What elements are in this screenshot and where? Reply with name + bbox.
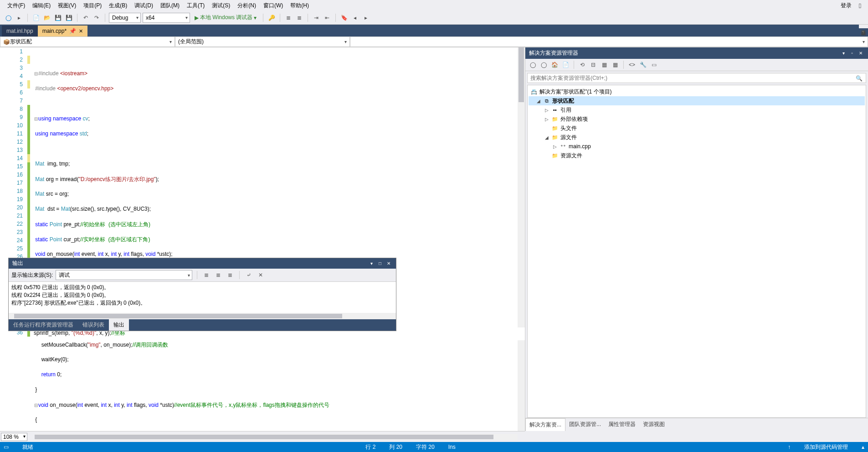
pin-icon[interactable]: 📌: [69, 28, 76, 34]
menu-view[interactable]: 视图(V): [54, 0, 80, 11]
back-icon[interactable]: ◯: [528, 60, 537, 69]
solution-tree[interactable]: 📇解决方案"形状匹配"(1 个项目) ◢⧉形状匹配 ▷▪▪引用 ▷📁外部依赖项 …: [527, 85, 866, 418]
tab-dropdown-icon[interactable]: ▾: [859, 27, 868, 36]
tab-label: main.cpp*: [42, 28, 67, 34]
menu-tools[interactable]: 工具(T): [183, 0, 208, 11]
tab-solution-explorer[interactable]: 解决方案资...: [525, 418, 565, 431]
close-icon[interactable]: ✕: [79, 28, 83, 34]
tree-resources[interactable]: 📁资源文件: [529, 151, 865, 160]
toggle-wrap-icon[interactable]: ⤶: [244, 270, 253, 280]
menu-team[interactable]: 团队(M): [157, 0, 183, 11]
uncomment-icon[interactable]: ≣: [295, 13, 304, 22]
tree-sources[interactable]: ◢📁源文件: [529, 133, 865, 142]
dropdown-icon[interactable]: ▾: [368, 260, 375, 267]
tree-main-cpp[interactable]: ▷⁺⁺main.cpp: [529, 142, 865, 151]
bookmark-next-icon[interactable]: ▸: [361, 13, 370, 22]
output-tabs: 任务运行程序资源管理器 错误列表 输出: [9, 319, 396, 331]
diagnostic-tools-rail[interactable]: 诊断工具: [859, 25, 868, 28]
tree-headers[interactable]: 📁头文件: [529, 124, 865, 133]
tab-main-cpp[interactable]: main.cpp* 📌 ✕: [38, 26, 87, 36]
panel-title-label: 解决方案资源管理器: [529, 49, 578, 57]
menu-test[interactable]: 测试(S): [208, 0, 234, 11]
navigation-bar: 📦 形状匹配 (全局范围): [0, 36, 868, 47]
dropdown-icon[interactable]: ▾: [840, 50, 847, 57]
solution-search-input[interactable]: [527, 73, 866, 83]
new-file-icon[interactable]: 📄: [31, 13, 41, 22]
pin-icon[interactable]: ▫: [848, 50, 856, 57]
tab-output[interactable]: 输出: [109, 319, 129, 331]
wrench-icon[interactable]: 🔧: [638, 60, 647, 69]
tab-error-list[interactable]: 错误列表: [78, 319, 109, 331]
config-combo[interactable]: Debug: [109, 13, 141, 23]
collapse-icon[interactable]: ⊟: [589, 60, 598, 69]
scope-combo[interactable]: 📦 形状匹配: [0, 36, 175, 47]
comment-icon[interactable]: ≣: [284, 13, 293, 22]
tab-property-manager[interactable]: 属性管理器: [605, 418, 639, 431]
menu-debug[interactable]: 调试(D): [131, 0, 157, 11]
tab-resource-view[interactable]: 资源视图: [639, 418, 668, 431]
notifications-icon[interactable]: ▯: [855, 1, 864, 10]
view-code-icon[interactable]: <>: [627, 60, 637, 69]
status-scm[interactable]: 添加到源代码管理: [804, 443, 848, 451]
tree-external-deps[interactable]: ▷📁外部依赖项: [529, 114, 865, 124]
redo-icon[interactable]: ↷: [92, 13, 101, 22]
output-h-scrollbar[interactable]: [9, 313, 396, 319]
indent-icon[interactable]: ⇥: [312, 13, 321, 22]
prev-msg-icon[interactable]: ≣: [202, 270, 211, 280]
code-editor[interactable]: 1234567891011121314151617181920212223242…: [0, 47, 525, 431]
home-icon[interactable]: 🏠: [550, 60, 559, 69]
undo-icon[interactable]: ↶: [81, 13, 90, 22]
preview-icon[interactable]: ▭: [649, 60, 658, 69]
menu-help[interactable]: 帮助(H): [287, 0, 313, 11]
open-file-icon[interactable]: 📂: [42, 13, 51, 22]
close-icon[interactable]: ✕: [857, 50, 864, 57]
nav-back-icon[interactable]: ◯: [4, 13, 13, 22]
nav-forward-icon[interactable]: ▸: [15, 13, 24, 22]
bookmark-prev-icon[interactable]: ◂: [350, 13, 360, 22]
refresh-icon[interactable]: ⟲: [578, 60, 587, 69]
menu-project[interactable]: 项目(P): [80, 0, 105, 11]
show-all-icon[interactable]: ▦: [600, 60, 609, 69]
tab-task-runner[interactable]: 任务运行程序资源管理器: [9, 319, 78, 331]
zoom-combo[interactable]: 108 %: [1, 433, 27, 441]
bookmark-icon[interactable]: 🔖: [339, 13, 349, 22]
horizontal-scrollbar[interactable]: [35, 434, 518, 440]
forward-icon[interactable]: ◯: [539, 60, 548, 69]
tree-references[interactable]: ▷▪▪引用: [529, 105, 865, 114]
sync-icon[interactable]: 📄: [561, 60, 570, 69]
output-source-combo[interactable]: 调试: [56, 270, 192, 280]
search-icon[interactable]: 🔍: [856, 75, 863, 82]
menu-edit[interactable]: 编辑(E): [29, 0, 54, 11]
find-icon[interactable]: 🔑: [267, 13, 276, 22]
vertical-scrollbar[interactable]: [518, 47, 525, 431]
outdent-icon[interactable]: ⇤: [323, 13, 332, 22]
platform-combo[interactable]: x64: [143, 13, 190, 23]
tree-solution-root[interactable]: 📇解决方案"形状匹配"(1 个项目): [529, 87, 865, 96]
tab-team-explorer[interactable]: 团队资源管...: [565, 418, 605, 431]
clear-all-icon[interactable]: ✕: [256, 270, 265, 280]
menu-build[interactable]: 生成(B): [105, 0, 131, 11]
properties-icon[interactable]: ▦: [611, 60, 620, 69]
tree-project[interactable]: ◢⧉形状匹配: [529, 96, 865, 105]
start-debugging-button[interactable]: ▶ 本地 Windows 调试器 ▾: [192, 14, 259, 21]
menu-analyze[interactable]: 分析(N): [234, 0, 260, 11]
save-icon[interactable]: 💾: [53, 13, 62, 22]
next-msg-icon[interactable]: ≣: [214, 270, 223, 280]
function-combo[interactable]: (全局范围): [175, 36, 350, 47]
output-titlebar[interactable]: 输出 ▾ □ ✕: [9, 258, 396, 269]
output-title-label: 输出: [12, 260, 23, 267]
status-ins: Ins: [448, 444, 456, 450]
menu-window[interactable]: 窗口(W): [260, 0, 287, 11]
member-combo[interactable]: [350, 36, 868, 47]
code-content[interactable]: ⊟#include <iostream> #include <opencv2/o…: [34, 47, 525, 431]
maximize-icon[interactable]: □: [376, 260, 384, 267]
clear-icon[interactable]: ≣: [226, 270, 235, 280]
tab-mat-inl[interactable]: mat.inl.hpp: [2, 26, 38, 36]
scm-up-icon[interactable]: ↑: [788, 444, 791, 450]
login-link[interactable]: 登录: [837, 0, 855, 11]
output-source-label: 显示输出来源(S):: [11, 271, 53, 279]
close-icon[interactable]: ✕: [385, 260, 392, 267]
save-all-icon[interactable]: 💾: [64, 13, 73, 22]
output-text[interactable]: 线程 0x57f0 已退出，返回值为 0 (0x0)。 线程 0x22f4 已退…: [9, 282, 396, 313]
menu-file[interactable]: 文件(F): [4, 0, 29, 11]
